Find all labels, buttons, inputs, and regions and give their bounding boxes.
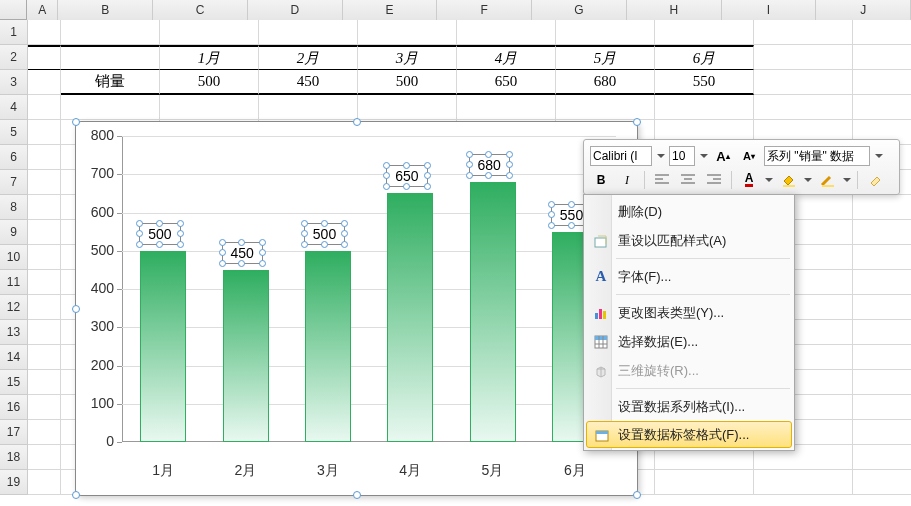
column-header[interactable]: A	[27, 0, 59, 20]
data-label[interactable]: 500	[304, 223, 345, 245]
cell[interactable]	[358, 95, 457, 120]
selection-handle[interactable]	[321, 241, 328, 248]
cell[interactable]: 650	[457, 70, 556, 95]
cell[interactable]	[28, 370, 61, 395]
align-left-button[interactable]	[651, 170, 673, 190]
chevron-down-icon[interactable]	[843, 178, 851, 182]
cell[interactable]	[754, 70, 853, 95]
row-header[interactable]: 7	[0, 170, 28, 195]
cell[interactable]	[28, 245, 61, 270]
cell[interactable]	[28, 120, 61, 145]
cell[interactable]: 1月	[160, 45, 259, 70]
cell[interactable]	[853, 245, 911, 270]
chevron-down-icon[interactable]	[700, 154, 708, 158]
selection-handle[interactable]	[301, 220, 308, 227]
selection-handle[interactable]	[136, 241, 143, 248]
cell[interactable]	[28, 470, 61, 495]
column-header[interactable]: C	[153, 0, 248, 20]
chevron-down-icon[interactable]	[765, 178, 773, 182]
row-header[interactable]: 16	[0, 395, 28, 420]
row-header[interactable]: 6	[0, 145, 28, 170]
font-size-combo[interactable]	[669, 146, 695, 166]
selection-handle[interactable]	[238, 239, 245, 246]
cell[interactable]: 680	[556, 70, 655, 95]
menu-delete[interactable]: 删除(D)	[586, 197, 792, 226]
selection-handle[interactable]	[424, 162, 431, 169]
align-center-button[interactable]	[677, 170, 699, 190]
cell[interactable]	[853, 220, 911, 245]
cell[interactable]	[28, 145, 61, 170]
cell[interactable]	[61, 95, 160, 120]
selection-handle[interactable]	[383, 183, 390, 190]
outline-color-button[interactable]	[816, 170, 838, 190]
selection-handle[interactable]	[259, 249, 266, 256]
cell[interactable]	[556, 95, 655, 120]
cell[interactable]	[853, 70, 911, 95]
cell[interactable]: 450	[259, 70, 358, 95]
cell[interactable]	[61, 20, 160, 45]
chevron-down-icon[interactable]	[875, 154, 883, 158]
resize-handle[interactable]	[72, 118, 80, 126]
cell[interactable]	[28, 70, 61, 95]
selection-handle[interactable]	[177, 241, 184, 248]
column-header[interactable]: J	[816, 0, 911, 20]
row-header[interactable]: 3	[0, 70, 28, 95]
selection-handle[interactable]	[219, 249, 226, 256]
selection-handle[interactable]	[424, 172, 431, 179]
cell[interactable]	[853, 320, 911, 345]
cell[interactable]: 4月	[457, 45, 556, 70]
cell[interactable]	[754, 95, 853, 120]
row-header[interactable]: 12	[0, 295, 28, 320]
resize-handle[interactable]	[353, 118, 361, 126]
cell[interactable]	[853, 420, 911, 445]
selection-handle[interactable]	[259, 260, 266, 267]
column-header[interactable]: H	[627, 0, 722, 20]
cell[interactable]	[61, 45, 160, 70]
italic-button[interactable]: I	[616, 170, 638, 190]
plot-area[interactable]: 01002003004005006007008001月5002月4503月500…	[122, 136, 616, 442]
column-header[interactable]: G	[532, 0, 627, 20]
data-label[interactable]: 650	[386, 165, 427, 187]
cell[interactable]	[28, 95, 61, 120]
selection-handle[interactable]	[403, 162, 410, 169]
align-right-button[interactable]	[703, 170, 725, 190]
row-header[interactable]: 4	[0, 95, 28, 120]
selection-handle[interactable]	[568, 222, 575, 229]
column-header[interactable]: B	[58, 0, 153, 20]
selection-handle[interactable]	[548, 201, 555, 208]
chevron-down-icon[interactable]	[804, 178, 812, 182]
font-color-button[interactable]: A	[738, 170, 760, 190]
cell[interactable]	[655, 95, 754, 120]
bar[interactable]	[305, 251, 351, 442]
row-header[interactable]: 11	[0, 270, 28, 295]
cell[interactable]	[754, 470, 853, 495]
select-all-corner[interactable]	[0, 0, 27, 20]
row-header[interactable]: 15	[0, 370, 28, 395]
row-header[interactable]: 19	[0, 470, 28, 495]
row-header[interactable]: 10	[0, 245, 28, 270]
selection-handle[interactable]	[485, 172, 492, 179]
bar[interactable]	[223, 270, 269, 442]
cell[interactable]	[28, 20, 61, 45]
selection-handle[interactable]	[341, 220, 348, 227]
row-header[interactable]: 9	[0, 220, 28, 245]
menu-reset-style[interactable]: 重设以匹配样式(A)	[586, 226, 792, 255]
cell[interactable]	[28, 445, 61, 470]
cell[interactable]	[556, 20, 655, 45]
cell[interactable]	[28, 345, 61, 370]
data-label[interactable]: 500	[139, 223, 180, 245]
selection-handle[interactable]	[506, 151, 513, 158]
selection-handle[interactable]	[301, 241, 308, 248]
cell[interactable]	[160, 95, 259, 120]
bar[interactable]	[470, 182, 516, 442]
resize-handle[interactable]	[72, 491, 80, 499]
selection-handle[interactable]	[403, 183, 410, 190]
row-header[interactable]: 5	[0, 120, 28, 145]
row-header[interactable]: 1	[0, 20, 28, 45]
cell[interactable]	[853, 445, 911, 470]
selection-handle[interactable]	[156, 220, 163, 227]
selection-handle[interactable]	[301, 230, 308, 237]
chart-element-selector[interactable]	[764, 146, 870, 166]
selection-handle[interactable]	[466, 151, 473, 158]
embedded-chart[interactable]: 01002003004005006007008001月5002月4503月500…	[75, 121, 638, 496]
